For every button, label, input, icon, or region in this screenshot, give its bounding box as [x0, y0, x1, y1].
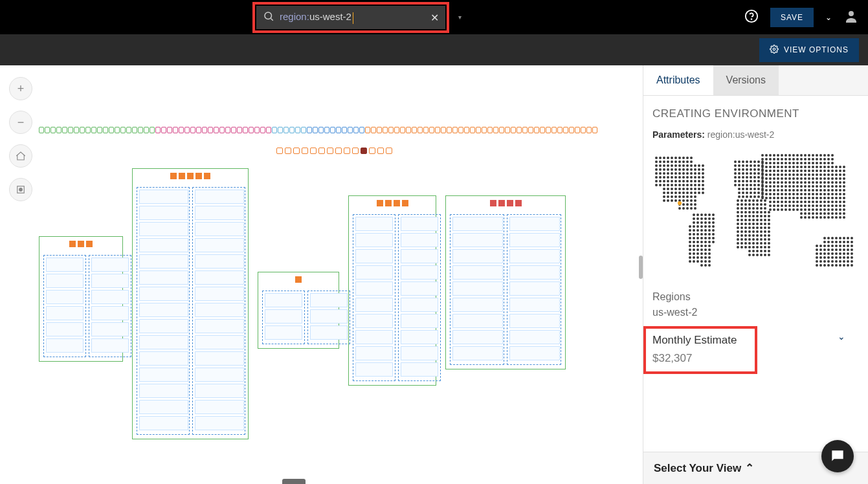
svg-point-232 [708, 256, 711, 259]
svg-point-776 [816, 216, 818, 219]
svg-point-85 [674, 180, 677, 182]
svg-point-196 [693, 237, 695, 239]
svg-point-661 [781, 193, 783, 195]
vpc-cluster[interactable] [445, 195, 566, 369]
svg-point-789 [843, 237, 845, 239]
svg-point-497 [816, 162, 818, 164]
svg-point-465 [765, 158, 768, 160]
svg-point-565 [835, 173, 838, 176]
svg-point-633 [843, 185, 845, 188]
svg-point-212 [700, 245, 703, 247]
svg-point-781 [835, 216, 838, 219]
svg-point-336 [740, 207, 743, 210]
architecture-diagram[interactable]: /*generated below*/ [39, 127, 630, 471]
svg-point-708 [800, 201, 803, 203]
svg-point-455 [800, 154, 803, 157]
svg-point-659 [773, 193, 775, 195]
svg-point-274 [734, 176, 737, 179]
svg-point-173 [712, 221, 715, 224]
svg-point-241 [708, 264, 711, 267]
vpc-cluster[interactable] [39, 236, 123, 362]
svg-point-819 [851, 248, 853, 251]
svg-point-223 [696, 252, 699, 255]
chat-launcher-button[interactable] [821, 440, 854, 472]
svg-point-261 [746, 168, 748, 171]
scrollbar-thumb[interactable] [639, 256, 643, 279]
svg-point-849 [851, 260, 853, 263]
svg-point-345 [744, 211, 747, 214]
svg-point-512 [800, 166, 803, 168]
focus-button[interactable] [9, 178, 32, 201]
help-icon[interactable] [744, 9, 759, 26]
svg-point-255 [753, 164, 756, 167]
svg-point-607 [827, 181, 830, 184]
clear-search-icon[interactable]: ✕ [430, 12, 439, 24]
svg-point-151 [678, 207, 681, 210]
svg-point-177 [700, 225, 703, 228]
vpc-cluster[interactable] [132, 168, 249, 439]
svg-point-127 [702, 192, 704, 194]
svg-point-799 [851, 241, 853, 243]
zoom-in-button[interactable]: + [9, 77, 32, 100]
svg-point-302 [753, 188, 756, 190]
svg-point-831 [819, 256, 822, 259]
zoom-out-button[interactable]: − [9, 111, 32, 134]
profile-icon[interactable] [843, 8, 859, 27]
svg-point-689 [804, 197, 807, 199]
svg-point-105 [702, 184, 704, 186]
save-button[interactable]: SAVE [770, 8, 814, 27]
svg-point-166 [708, 217, 711, 220]
vpc-cluster[interactable] [348, 195, 436, 386]
svg-point-748 [800, 208, 803, 211]
tab-versions[interactable]: Versions [713, 65, 779, 95]
svg-point-54 [655, 172, 658, 175]
diagram-canvas[interactable]: + − /*generated below*/ [0, 65, 643, 484]
svg-point-96 [667, 184, 669, 186]
world-map [652, 148, 860, 285]
view-options-button[interactable]: VIEW OPTIONS [759, 38, 859, 62]
svg-point-839 [851, 256, 853, 259]
svg-point-296 [757, 184, 760, 186]
search-input[interactable]: region:us-west-2 ✕ [256, 6, 445, 29]
svg-point-362 [740, 219, 743, 221]
svg-point-325 [760, 199, 762, 202]
svg-point-634 [761, 189, 764, 192]
svg-point-464 [761, 158, 764, 160]
svg-point-24 [678, 160, 681, 163]
account-dropdown-icon[interactable]: ⌄ [825, 13, 832, 22]
svg-point-478 [816, 158, 818, 160]
svg-point-419 [752, 242, 755, 245]
svg-point-320 [740, 199, 743, 202]
svg-point-36 [686, 164, 689, 167]
svg-point-63 [690, 172, 693, 175]
svg-point-860 [678, 201, 682, 205]
svg-point-154 [690, 207, 693, 210]
svg-point-456 [804, 154, 807, 157]
bottom-drag-handle[interactable] [282, 479, 306, 484]
fit-button[interactable] [9, 144, 32, 168]
svg-point-5 [773, 48, 775, 50]
panel-tabs: Attributes Versions [643, 65, 868, 96]
svg-point-355 [748, 215, 751, 217]
search-dropdown-arrow-icon[interactable]: ▾ [458, 14, 462, 21]
svg-point-233 [689, 260, 691, 263]
svg-point-367 [760, 219, 762, 221]
svg-point-280 [757, 176, 760, 179]
svg-point-181 [689, 229, 691, 232]
svg-point-108 [671, 188, 673, 190]
svg-point-101 [686, 184, 689, 186]
svg-point-721 [773, 204, 775, 207]
vpc-cluster[interactable] [258, 272, 339, 349]
chevron-down-icon[interactable]: ⌄ [838, 331, 845, 342]
svg-point-41 [655, 168, 658, 171]
svg-point-8 [655, 157, 658, 159]
svg-point-438 [768, 250, 770, 252]
svg-point-782 [839, 216, 841, 219]
svg-point-309 [753, 192, 756, 194]
tab-attributes[interactable]: Attributes [643, 65, 713, 95]
svg-point-830 [816, 256, 818, 259]
svg-point-428 [752, 246, 755, 248]
svg-point-640 [785, 189, 787, 192]
cursor [353, 12, 353, 24]
svg-point-520 [831, 166, 834, 168]
